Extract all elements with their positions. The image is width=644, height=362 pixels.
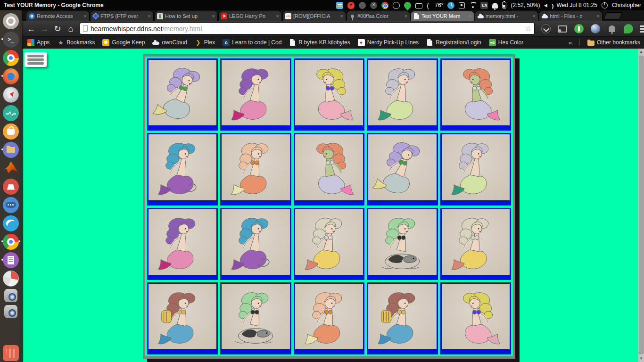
voice-extension-icon[interactable] [624,24,633,33]
cast-extension-icon[interactable] [558,25,567,33]
writer-icon[interactable] [1,251,20,269]
memory-card-14[interactable] [367,208,438,280]
close-tab-icon[interactable]: × [405,13,407,19]
memory-card-3[interactable] [294,58,364,131]
web-browser-icon[interactable] [1,85,20,104]
memory-card-5[interactable] [440,58,511,131]
filezilla-weight-icon-inner [7,184,15,190]
forward-button[interactable]: → [39,23,50,34]
bookmarks-overflow-chevron[interactable]: » [569,39,572,46]
writer-icon-glyph [3,252,19,268]
url-bar[interactable]: hearmewhisper.ddns.net/memory.html ☆ [80,23,535,34]
bookmark-label: Hex Color [498,39,523,46]
ubuntu-dash-icon[interactable] [1,12,20,30]
bookmark-item-8[interactable]: ♥Nerdy Pick-Up Lines [358,39,419,46]
page-scrollbar[interactable]: ▲ ▼ [638,49,644,362]
pushbullet-extension-icon[interactable] [574,24,584,33]
bookmark-item-2[interactable]: ★Bookmarks [57,39,95,46]
close-tab-icon[interactable]: × [533,13,536,19]
bookmark-item-1[interactable]: Apps [27,39,50,46]
memory-card-17[interactable] [220,282,291,354]
notifier-extension-icon[interactable] [609,25,615,32]
memory-card-19[interactable] [367,282,438,354]
tab-2[interactable]: FTPS (FTP over× [90,11,154,21]
memory-card-2[interactable] [220,58,291,131]
bookmark-item-10[interactable]: w3Hex Color [489,39,523,46]
memory-card-12[interactable] [220,208,291,280]
terminal-icon-glyph: >_ [3,32,19,48]
tab-1[interactable]: Remote Access× [26,11,90,21]
session-icon [602,2,608,8]
reload-button[interactable]: ↻ [52,23,63,34]
bookmark-item-6[interactable]: cLearn to code | Cod [223,39,281,46]
memory-card-6[interactable] [147,133,218,205]
bookmark-item-4[interactable]: ownCloud [152,39,187,46]
pie-report-icon[interactable] [1,269,20,288]
filezilla-weight-icon[interactable] [1,177,20,196]
scroll-down-arrow[interactable]: ▼ [638,355,644,362]
messaging-icon[interactable] [1,196,20,214]
firefox-icon[interactable] [1,67,20,85]
trash-icon[interactable] [1,344,20,362]
close-tab-icon[interactable]: × [212,13,215,19]
chrome-menu-icon[interactable] [640,24,644,33]
cpu-icon [459,2,465,8]
tab-7[interactable]: Test YOUR Mem× [411,11,474,21]
memory-card-11[interactable] [147,208,218,280]
scroll-up-arrow[interactable]: ▲ [638,49,644,55]
close-tab-icon[interactable]: × [469,13,471,19]
tab-3[interactable]: How to Set up× [154,11,218,21]
system-panel: Test YOUR Memory - Google Chrome (76°En(… [0,0,644,10]
memory-card-15[interactable] [440,208,511,280]
bookmark-label: Apps [37,39,50,46]
globe-extension-icon[interactable] [591,24,600,33]
bookmark-star-icon[interactable]: ☆ [525,25,531,33]
chrome-icon[interactable] [1,49,20,67]
memory-card-10[interactable] [440,133,511,205]
memory-card-13[interactable] [294,208,364,280]
tab-5[interactable]: xda[ROM][OFFICIA× [282,11,346,21]
close-tab-icon[interactable]: × [340,13,343,19]
close-tab-icon[interactable]: × [276,13,279,19]
firefox-icon-inner [7,73,15,80]
back-button[interactable]: ← [26,23,36,34]
memory-card-16[interactable] [147,282,218,354]
close-tab-icon[interactable]: × [148,13,151,19]
bookmark-item-5[interactable]: ❯Plex [195,39,215,46]
terminal-icon[interactable]: >_ [1,30,20,49]
memory-card-8[interactable] [294,133,364,205]
bookmark-item-7[interactable]: B bytes KB kilobytes [289,39,350,46]
software-center-icon[interactable] [1,122,20,140]
memory-card-1[interactable] [147,58,218,131]
memory-card-20[interactable] [440,282,511,354]
memory-card-7[interactable] [220,133,291,205]
chrome-active-icon[interactable] [1,232,20,251]
memory-card-9[interactable] [367,133,438,205]
disk-utility-icon[interactable] [1,288,20,304]
notifications-outline-icon [393,2,400,9]
other-bookmarks-button[interactable]: Other bookmarks [587,39,640,46]
home-button[interactable]: ⌂ [66,23,76,34]
scrollbar-thumb[interactable] [639,56,644,354]
tab-6[interactable]: #00ffaa Color× [347,11,410,21]
matlab-icon[interactable] [1,159,20,177]
disk-utility-2-icon[interactable] [1,304,20,320]
tab-9[interactable]: html - Files - o× [539,11,603,21]
url-text[interactable]: hearmewhisper.ddns.net/memory.html [91,25,522,33]
tab-8[interactable]: memory.html -× [475,11,538,21]
bookmark-item-9[interactable]: Registration/Login [426,39,481,46]
tab-4[interactable]: LEGO Harry Po× [218,11,282,21]
bookmarks-star-icon: ★ [57,39,64,46]
files-icon[interactable] [1,140,20,159]
new-tab-button[interactable] [603,12,622,20]
close-tab-icon[interactable]: × [84,13,87,19]
close-tab-icon[interactable]: × [597,13,600,19]
bookmark-item-3[interactable]: Google Keep [102,39,145,46]
memory-card-18[interactable] [294,282,364,354]
page-menu-button[interactable] [25,52,47,67]
system-monitor-icon[interactable] [1,104,20,122]
memory-card-4[interactable] [367,58,438,131]
dolphin-icon[interactable] [1,214,20,232]
apps-grid-icon [27,39,34,46]
pocket-extension-icon[interactable] [541,24,551,33]
